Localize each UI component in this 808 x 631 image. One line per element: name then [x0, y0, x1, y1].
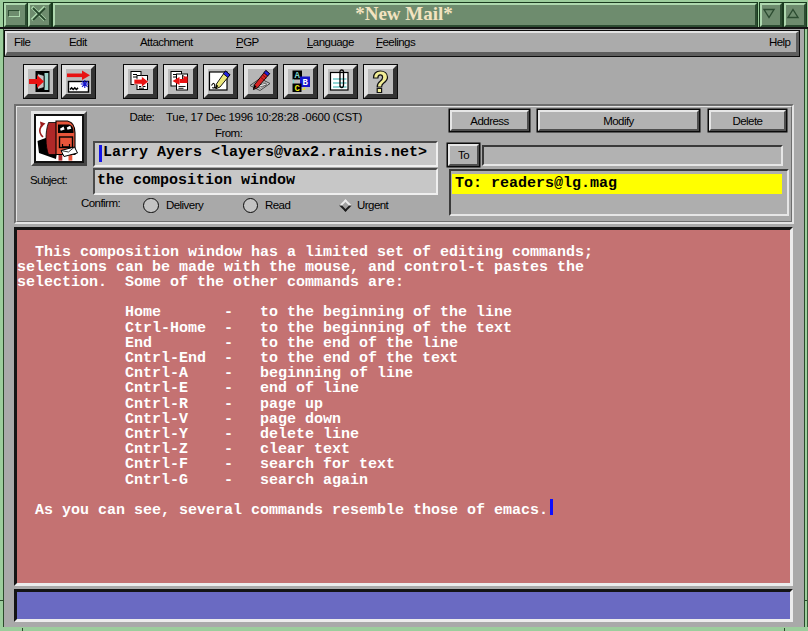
svg-text:A: A	[294, 71, 300, 81]
svg-text:C: C	[294, 84, 300, 94]
svg-text:B: B	[302, 78, 308, 88]
